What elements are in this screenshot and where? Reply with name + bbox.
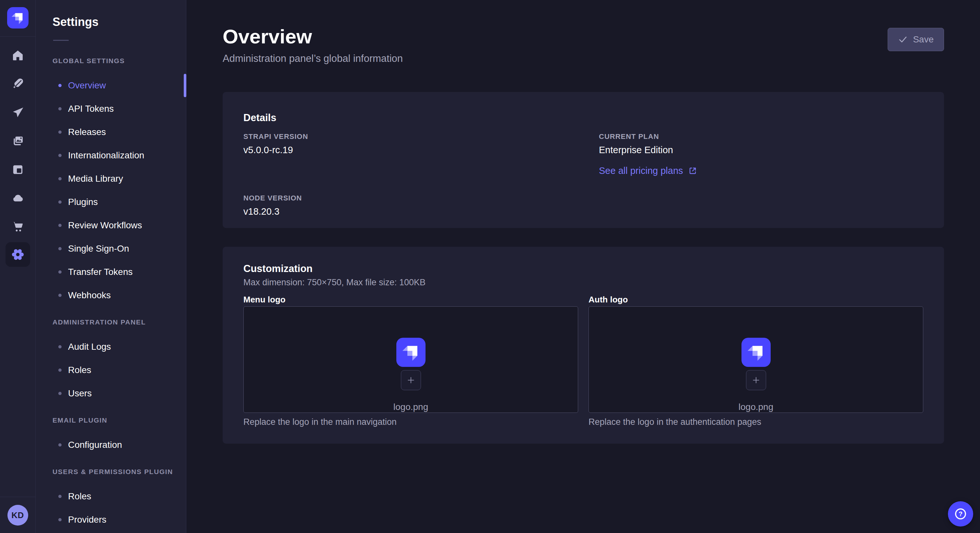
- details-right-column: CURRENT PLAN Enterprise Edition See all …: [599, 124, 923, 217]
- sidebar-item-label: Overview: [68, 80, 106, 91]
- sidebar-item-internationalization[interactable]: Internationalization: [52, 144, 178, 167]
- bullet-icon: [58, 368, 62, 372]
- rail-bottom: KD: [0, 497, 35, 533]
- sidebar-item-label: Media Library: [68, 173, 123, 185]
- sidebar-item-up-roles[interactable]: Roles: [52, 485, 178, 508]
- nav-list: Overview API Tokens Releases Internation…: [52, 74, 178, 307]
- auth-logo-preview: [741, 338, 771, 367]
- feather-icon[interactable]: [9, 75, 27, 93]
- bullet-icon: [58, 130, 62, 134]
- sidebar-item-webhooks[interactable]: Webhooks: [52, 284, 178, 307]
- sidebar-item-review-workflows[interactable]: Review Workflows: [52, 214, 178, 237]
- menu-logo-dropzone[interactable]: logo.png: [243, 306, 578, 413]
- nav-list: Configuration: [52, 433, 178, 457]
- sidebar-item-api-tokens[interactable]: API Tokens: [52, 97, 178, 121]
- auth-logo-dropzone[interactable]: logo.png: [589, 306, 923, 413]
- settings-subnav: Settings GLOBAL SETTINGS Overview API To…: [36, 0, 186, 533]
- check-icon: [898, 35, 908, 44]
- nav-list: Roles Providers: [52, 485, 178, 531]
- pricing-plans-link-label: See all pricing plans: [599, 165, 683, 177]
- sidebar-item-label: API Tokens: [68, 103, 114, 115]
- external-link-icon: [688, 166, 697, 176]
- page-subtitle: Administration panel’s global informatio…: [223, 51, 944, 66]
- sidebar-item-single-sign-on[interactable]: Single Sign-On: [52, 237, 178, 260]
- details-left-column: STRAPI VERSION v5.0.0-rc.19 NODE VERSION…: [243, 124, 568, 217]
- save-button-label: Save: [913, 34, 934, 45]
- layout-icon[interactable]: [9, 160, 27, 178]
- customization-card-title: Customization: [243, 262, 923, 275]
- menu-logo-upload: Menu logo: [243, 294, 578, 428]
- bullet-icon: [58, 200, 62, 204]
- bullet-icon: [58, 518, 62, 521]
- icon-rail: KD: [0, 0, 36, 533]
- add-menu-logo-button[interactable]: [401, 370, 421, 390]
- nav-section-header: EMAIL PLUGIN: [52, 416, 178, 425]
- sidebar-item-label: Audit Logs: [68, 341, 111, 353]
- sidebar-item-plugins[interactable]: Plugins: [52, 190, 178, 214]
- sidebar-item-label: Users: [68, 388, 92, 399]
- cart-icon[interactable]: [9, 217, 27, 235]
- user-avatar[interactable]: KD: [8, 505, 28, 525]
- sidebar-item-label: Webhooks: [68, 289, 111, 301]
- cloud-icon[interactable]: [9, 189, 27, 207]
- sidebar-item-transfer-tokens[interactable]: Transfer Tokens: [52, 260, 178, 284]
- menu-logo-preview: [396, 338, 425, 367]
- menu-logo-filename: logo.png: [393, 402, 428, 412]
- pricing-plans-link[interactable]: See all pricing plans: [599, 165, 697, 177]
- auth-logo-label: Auth logo: [589, 294, 923, 305]
- customization-subtitle: Max dimension: 750×750, Max file size: 1…: [243, 276, 923, 288]
- sidebar-item-overview[interactable]: Overview: [52, 74, 178, 97]
- customization-card: Customization Max dimension: 750×750, Ma…: [223, 247, 944, 444]
- field-label: CURRENT PLAN: [599, 132, 923, 141]
- auth-logo-caption: Replace the logo in the authentication p…: [589, 416, 923, 428]
- paper-plane-icon[interactable]: [9, 103, 27, 121]
- sidebar-item-label: Transfer Tokens: [68, 266, 132, 278]
- bullet-icon: [58, 84, 62, 87]
- sidebar-item-audit-logs[interactable]: Audit Logs: [52, 335, 178, 359]
- logo-uploads: Menu logo: [243, 294, 923, 428]
- sidebar-item-label: Internationalization: [68, 150, 144, 161]
- bullet-icon: [58, 345, 62, 348]
- main-content: Overview Administration panel’s global i…: [186, 0, 980, 533]
- sidebar-item-up-providers[interactable]: Providers: [52, 508, 178, 531]
- sidebar-item-label: Releases: [68, 126, 106, 138]
- bullet-icon: [58, 107, 62, 110]
- auth-logo-filename: logo.png: [738, 402, 773, 412]
- home-icon[interactable]: [9, 46, 27, 65]
- subnav-title-divider: [53, 40, 69, 41]
- bullet-icon: [58, 294, 62, 297]
- nav-section-administration-panel: ADMINISTRATION PANEL Audit Logs Roles Us…: [52, 318, 178, 405]
- field-value: Enterprise Edition: [599, 144, 923, 156]
- sidebar-item-email-configuration[interactable]: Configuration: [52, 433, 178, 457]
- bullet-icon: [58, 270, 62, 274]
- subnav-title: Settings: [52, 15, 178, 29]
- nav-list: Audit Logs Roles Users: [52, 335, 178, 405]
- settings-gear-icon[interactable]: [5, 242, 30, 267]
- question-mark-icon: ?: [954, 507, 967, 521]
- help-button[interactable]: ?: [948, 501, 973, 527]
- bullet-icon: [58, 443, 62, 447]
- field-label: STRAPI VERSION: [243, 132, 568, 141]
- sidebar-item-label: Providers: [68, 514, 106, 525]
- nav-section-users-permissions-plugin: USERS & PERMISSIONS PLUGIN Roles Provide…: [52, 468, 178, 531]
- sidebar-item-label: Roles: [68, 490, 91, 502]
- rail-divider: [0, 36, 36, 36]
- nav-section-header: GLOBAL SETTINGS: [52, 57, 178, 65]
- sidebar-item-media-library[interactable]: Media Library: [52, 167, 178, 190]
- add-auth-logo-button[interactable]: [746, 370, 766, 390]
- nav-section-email-plugin: EMAIL PLUGIN Configuration: [52, 416, 178, 457]
- subnav-scrollbar-thumb[interactable]: [184, 74, 186, 97]
- sidebar-item-admin-roles[interactable]: Roles: [52, 359, 178, 382]
- bullet-icon: [58, 247, 62, 250]
- sidebar-item-admin-users[interactable]: Users: [52, 382, 178, 405]
- sidebar-item-label: Review Workflows: [68, 219, 142, 231]
- bullet-icon: [58, 177, 62, 180]
- current-plan-field: CURRENT PLAN Enterprise Edition: [599, 132, 923, 156]
- strapi-logo[interactable]: [7, 7, 29, 29]
- sidebar-item-label: Roles: [68, 364, 91, 376]
- media-library-icon[interactable]: [9, 132, 27, 150]
- save-button[interactable]: Save: [888, 28, 944, 51]
- details-grid: STRAPI VERSION v5.0.0-rc.19 NODE VERSION…: [243, 124, 923, 217]
- menu-logo-label: Menu logo: [243, 294, 578, 305]
- sidebar-item-releases[interactable]: Releases: [52, 121, 178, 144]
